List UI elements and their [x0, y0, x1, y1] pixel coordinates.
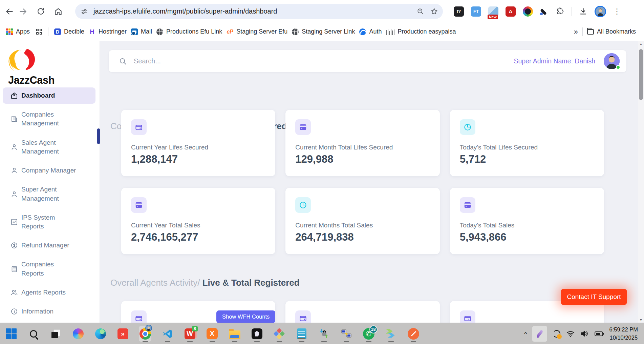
whatsapp-icon[interactable]: ✆ 18 [362, 325, 375, 343]
credit-card-icon [295, 119, 311, 135]
page-scrollbar[interactable]: ▲ ▼ [638, 41, 644, 323]
volume-icon[interactable] [580, 329, 589, 338]
file-explorer-icon[interactable] [228, 325, 241, 343]
zoom-page-icon[interactable] [417, 8, 424, 15]
stat-card [285, 301, 439, 323]
address-bar[interactable]: jazzcash-ips.efulife.com/mgmt/public/sup… [75, 4, 443, 19]
building-icon [10, 115, 18, 123]
remote-desktop-icon[interactable] [340, 325, 352, 343]
start-button[interactable] [5, 325, 17, 343]
edge-icon[interactable] [94, 325, 107, 343]
lens-extension-icon[interactable] [523, 6, 533, 17]
pen-input-icon[interactable] [532, 326, 547, 342]
home-icon [10, 92, 18, 100]
chrome-icon[interactable] [139, 325, 151, 343]
profile-avatar[interactable] [595, 6, 606, 17]
sidebar-menu: Dashboard Companies Management Sales Age… [3, 87, 95, 342]
browser-menu-icon[interactable]: ⋮ [613, 7, 621, 16]
pie-chart-icon [295, 197, 311, 213]
anydesk-icon[interactable]: » [116, 325, 129, 343]
contact-it-support-button[interactable]: Contact IT Support [561, 289, 627, 305]
postman-icon[interactable] [407, 325, 420, 343]
sidebar-item-ips-system-reports[interactable]: IPS System Reports [3, 209, 95, 235]
bookmark-auth[interactable]: Auth [359, 28, 382, 35]
extension-f-icon[interactable]: f? [454, 6, 464, 17]
chevron-app-icon[interactable] [385, 325, 397, 343]
notepad-icon[interactable] [295, 325, 308, 343]
bookmarks-overflow-icon[interactable]: » [574, 27, 578, 36]
home-icon[interactable] [51, 5, 65, 18]
taskbar-search-button[interactable] [27, 325, 40, 343]
search-input[interactable] [134, 57, 276, 65]
sidebar-item-company-manager[interactable]: Company Manager [3, 162, 95, 179]
taskbar: » WS X [0, 323, 644, 344]
eyedropper-extension-icon[interactable] [540, 7, 549, 16]
all-bookmarks-button[interactable]: All Bookmarks [587, 28, 636, 35]
wallet-icon [131, 119, 147, 135]
main-content: Super Admin Name: Danish Company Perform… [100, 41, 638, 323]
stat-card-label: Today's Total Sales [460, 222, 515, 229]
stat-card-grid-row1: Current Year Lifes Secured 1,288,147 Cur… [121, 110, 604, 176]
url-text: jazzcash-ips.efulife.com/mgmt/public/sup… [93, 7, 277, 15]
sidebar-item-refund-manager[interactable]: Refund Manager [3, 237, 95, 254]
search-bar: Super Admin Name: Danish [109, 50, 626, 72]
sidebar-item-super-agent-management[interactable]: Super Agent Management [3, 181, 95, 206]
task-view-button[interactable] [49, 325, 62, 343]
extension-new-icon[interactable]: New [488, 6, 498, 17]
jazzcash-logo[interactable]: JazzCash [8, 48, 55, 86]
back-icon[interactable] [3, 5, 16, 18]
logo-wordmark: JazzCash [8, 74, 55, 86]
stat-card-grid-row3: Show WFH Counts [121, 301, 604, 323]
stat-card-value: 2,746,165,277 [131, 231, 198, 243]
reload-icon[interactable] [34, 5, 47, 18]
sidebar-item-sales-agent-management[interactable]: Sales Agent Management [3, 135, 95, 160]
apps-shortcut[interactable]: Apps [6, 28, 30, 35]
extension-ft-icon[interactable]: FT [471, 6, 481, 17]
wifi-icon[interactable] [566, 329, 575, 338]
extensions-puzzle-icon[interactable] [556, 7, 564, 16]
stat-card: Today's Total Lifes Secured 5,712 [450, 110, 604, 176]
stat-card: Show WFH Counts [121, 301, 275, 323]
wps-office-icon[interactable]: WS [184, 325, 196, 343]
globe-favicon [292, 28, 299, 35]
person-icon [10, 143, 18, 151]
site-settings-icon[interactable] [81, 8, 88, 15]
winscp-icon[interactable] [318, 325, 330, 343]
copilot-icon[interactable] [72, 325, 84, 343]
sync-status-icon[interactable] [552, 329, 561, 338]
cube-app-icon[interactable] [251, 325, 263, 343]
stat-card: Today's Total Sales 5,943,866 [450, 188, 604, 254]
downloads-icon[interactable] [579, 7, 587, 16]
sidebar-item-companies-reports[interactable]: Companies Reports [3, 256, 95, 281]
active-item-indicator [97, 128, 100, 144]
tray-overflow-icon[interactable]: ^ [524, 331, 527, 337]
sidebar-item-dashboard[interactable]: Dashboard [3, 87, 95, 104]
bookmark-staging-server-link[interactable]: Staging Server Link [292, 28, 355, 35]
show-wfh-counts-button[interactable]: Show WFH Counts [216, 310, 275, 323]
forward-icon[interactable] [16, 5, 30, 18]
bookmark-production-easypaisa[interactable]: Production easypaisa [386, 28, 456, 35]
admin-name-label: Super Admin Name: Danish [514, 57, 595, 65]
diamond-app-icon[interactable] [273, 325, 285, 343]
stat-card-value: 5,712 [460, 153, 486, 165]
sidebar-item-agents-reports[interactable]: Agents Reports [3, 284, 95, 301]
bookmark-decible[interactable]: D Decible [54, 28, 84, 35]
bookmark-staging-server-efu[interactable]: cP Staging Server Efu [227, 28, 287, 35]
battery-icon[interactable] [594, 329, 604, 338]
reading-list-grid-icon[interactable] [36, 29, 42, 35]
bookmark-mail[interactable]: Mail [131, 28, 152, 35]
taskbar-clock[interactable]: 6:59:22 PM 10/10/2025 [609, 326, 638, 342]
scroll-up-icon[interactable]: ▲ [638, 41, 644, 47]
bookmark-hostringer[interactable]: H Hostringer [89, 28, 127, 35]
acrobat-extension-icon[interactable]: A [506, 6, 516, 17]
scrollbar-thumb[interactable] [639, 49, 643, 100]
scroll-down-icon[interactable]: ▼ [638, 317, 644, 323]
bookmark-productions-efu-link[interactable]: Productions Efu Link [156, 28, 222, 35]
bookmark-star-icon[interactable] [430, 7, 438, 15]
table-icon [10, 265, 18, 273]
stat-card: Current Year Total Sales 2,746,165,277 [121, 188, 275, 254]
sidebar-item-information[interactable]: Information [3, 303, 95, 320]
xampp-icon[interactable]: X [206, 325, 218, 343]
vscode-icon[interactable] [161, 325, 174, 343]
sidebar-item-companies-management[interactable]: Companies Management [3, 106, 95, 131]
